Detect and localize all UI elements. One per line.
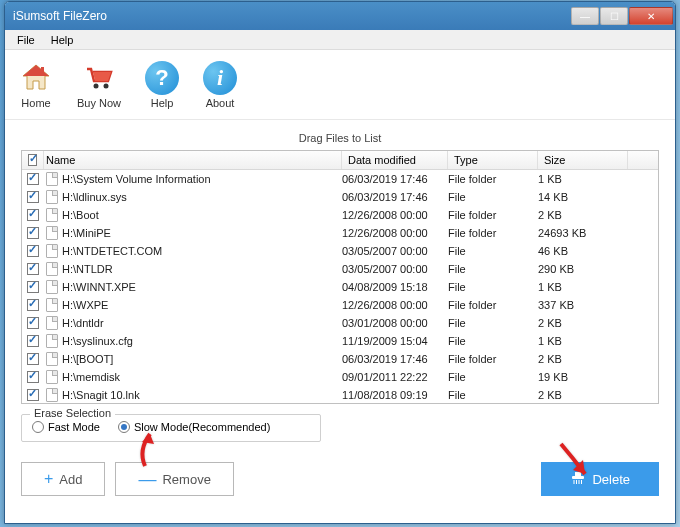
delete-button[interactable]: Delete	[541, 462, 659, 496]
file-icon	[46, 244, 58, 258]
row-date: 11/08/2018 09:19	[342, 389, 448, 401]
row-name: H:\NTLDR	[62, 263, 113, 275]
row-checkbox[interactable]	[27, 191, 39, 203]
toolbar-buynow[interactable]: Buy Now	[77, 61, 121, 109]
table-row[interactable]: H:\Snagit 10.lnk11/08/2018 09:19File2 KB	[22, 386, 658, 402]
add-button[interactable]: + Add	[21, 462, 105, 496]
row-type: File	[448, 371, 538, 383]
toolbar-help-label: Help	[151, 97, 174, 109]
row-checkbox[interactable]	[27, 317, 39, 329]
row-checkbox[interactable]	[27, 173, 39, 185]
row-checkbox[interactable]	[27, 227, 39, 239]
table-row[interactable]: H:\MiniPE12/26/2008 00:00File folder2469…	[22, 224, 658, 242]
svg-marker-1	[23, 65, 49, 76]
toolbar-about[interactable]: i About	[203, 61, 237, 109]
bottom-buttons: + Add — Remove Delete	[21, 462, 659, 496]
row-checkbox[interactable]	[27, 281, 39, 293]
row-size: 46 KB	[538, 245, 628, 257]
file-icon	[46, 352, 58, 366]
radio-dot-fast	[32, 421, 44, 433]
row-name: H:\WINNT.XPE	[62, 281, 136, 293]
window-title: iSumsoft FileZero	[13, 9, 570, 23]
window-controls: — ☐ ✕	[570, 7, 673, 25]
list-body[interactable]: H:\System Volume Information06/03/2019 1…	[22, 170, 658, 402]
row-size: 19 KB	[538, 371, 628, 383]
row-size: 337 KB	[538, 299, 628, 311]
file-icon	[46, 370, 58, 384]
row-type: File folder	[448, 299, 538, 311]
toolbar-help[interactable]: ? Help	[145, 61, 179, 109]
minus-icon: —	[138, 469, 156, 490]
table-row[interactable]: H:\WINNT.XPE04/08/2009 15:18File1 KB	[22, 278, 658, 296]
row-date: 12/26/2008 00:00	[342, 209, 448, 221]
row-type: File folder	[448, 227, 538, 239]
row-checkbox[interactable]	[27, 353, 39, 365]
row-name: H:\MiniPE	[62, 227, 111, 239]
row-checkbox[interactable]	[27, 389, 39, 401]
file-icon	[46, 190, 58, 204]
app-window: iSumsoft FileZero — ☐ ✕ File Help Home B…	[4, 1, 676, 524]
col-type[interactable]: Type	[448, 151, 538, 169]
radio-fast-mode[interactable]: Fast Mode	[32, 421, 100, 433]
remove-button[interactable]: — Remove	[115, 462, 233, 496]
maximize-button[interactable]: ☐	[600, 7, 628, 25]
menu-help[interactable]: Help	[43, 32, 82, 48]
table-row[interactable]: H:\[BOOT]06/03/2019 17:46File folder2 KB	[22, 350, 658, 368]
row-size: 2 KB	[538, 389, 628, 401]
svg-point-3	[94, 83, 99, 88]
cart-icon	[82, 61, 116, 95]
table-row[interactable]: H:\NTLDR03/05/2007 00:00File290 KB	[22, 260, 658, 278]
toolbar: Home Buy Now ? Help i About	[5, 50, 675, 120]
row-name: H:\syslinux.cfg	[62, 335, 133, 347]
table-row[interactable]: H:\dntldr03/01/2008 00:00File2 KB	[22, 314, 658, 332]
row-checkbox[interactable]	[27, 371, 39, 383]
col-date[interactable]: Data modified	[342, 151, 448, 169]
slow-mode-label: Slow Mode(Recommended)	[134, 421, 270, 433]
menu-file[interactable]: File	[9, 32, 43, 48]
table-row[interactable]: H:\syslinux.cfg11/19/2009 15:04File1 KB	[22, 332, 658, 350]
row-name: H:\ldlinux.sys	[62, 191, 127, 203]
row-name: H:\dntldr	[62, 317, 104, 329]
table-row[interactable]: H:\Boot12/26/2008 00:00File folder2 KB	[22, 206, 658, 224]
table-row[interactable]: H:\NTDETECT.COM03/05/2007 00:00File46 KB	[22, 242, 658, 260]
row-size: 14 KB	[538, 191, 628, 203]
col-name[interactable]: Name	[44, 151, 342, 169]
table-row[interactable]: H:\memdisk09/01/2011 22:22File19 KB	[22, 368, 658, 386]
row-checkbox[interactable]	[27, 299, 39, 311]
home-icon	[19, 61, 53, 95]
add-button-label: Add	[59, 472, 82, 487]
row-checkbox[interactable]	[27, 263, 39, 275]
row-type: File	[448, 245, 538, 257]
row-type: File	[448, 191, 538, 203]
close-button[interactable]: ✕	[629, 7, 673, 25]
minimize-button[interactable]: —	[571, 7, 599, 25]
file-icon	[46, 316, 58, 330]
row-date: 09/01/2011 22:22	[342, 371, 448, 383]
row-type: File	[448, 389, 538, 401]
table-row[interactable]: H:\WXPE12/26/2008 00:00File folder337 KB	[22, 296, 658, 314]
row-checkbox[interactable]	[27, 209, 39, 221]
file-icon	[46, 172, 58, 186]
file-icon	[46, 388, 58, 402]
row-size: 1 KB	[538, 281, 628, 293]
file-icon	[46, 262, 58, 276]
row-checkbox[interactable]	[27, 245, 39, 257]
row-size: 1 KB	[538, 335, 628, 347]
select-all-checkbox[interactable]	[28, 154, 37, 166]
row-type: File	[448, 263, 538, 275]
row-date: 06/03/2019 17:46	[342, 353, 448, 365]
file-list: Name Data modified Type Size H:\System V…	[21, 150, 659, 404]
content-area: Drag Files to List Name Data modified Ty…	[5, 120, 675, 506]
row-type: File	[448, 317, 538, 329]
toolbar-about-label: About	[206, 97, 235, 109]
col-size[interactable]: Size	[538, 151, 628, 169]
file-icon	[46, 298, 58, 312]
table-row[interactable]: H:\ldlinux.sys06/03/2019 17:46File14 KB	[22, 188, 658, 206]
row-checkbox[interactable]	[27, 335, 39, 347]
file-icon	[46, 208, 58, 222]
radio-slow-mode[interactable]: Slow Mode(Recommended)	[118, 421, 270, 433]
row-name: H:\[BOOT]	[62, 353, 113, 365]
toolbar-home[interactable]: Home	[19, 61, 53, 109]
erase-legend: Erase Selection	[30, 407, 115, 419]
table-row[interactable]: H:\System Volume Information06/03/2019 1…	[22, 170, 658, 188]
